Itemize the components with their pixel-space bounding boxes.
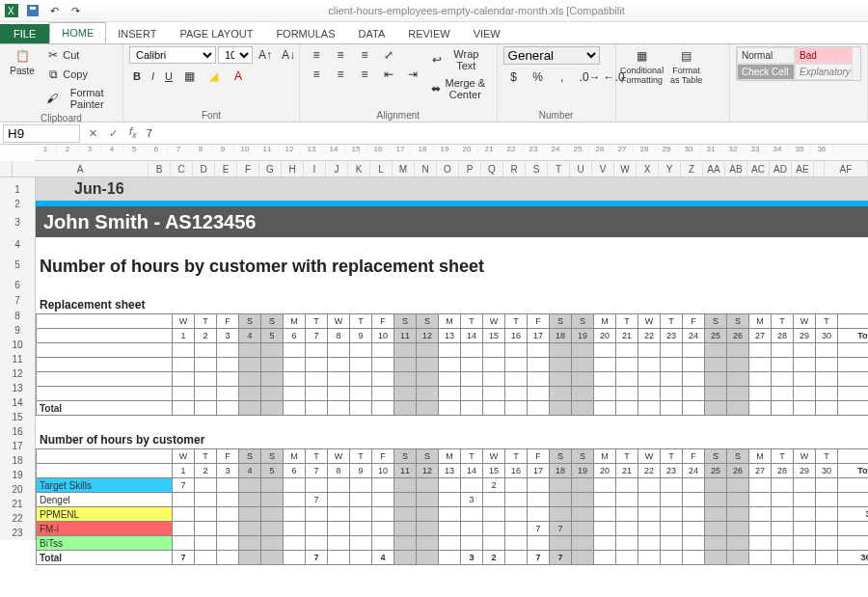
italic-button[interactable]: I: [148, 68, 158, 84]
tab-page-layout[interactable]: PAGE LAYOUT: [168, 24, 264, 43]
align-middle-button[interactable]: ≡: [330, 46, 351, 64]
style-explanatory[interactable]: Explanatory: [795, 64, 853, 80]
row-header[interactable]: 15: [0, 410, 36, 424]
col-header[interactable]: AF: [825, 161, 868, 176]
row-header[interactable]: 22: [0, 511, 36, 526]
wrap-text-button[interactable]: ↩Wrap Text: [427, 46, 491, 73]
number-format-select[interactable]: General: [503, 46, 600, 65]
name-box[interactable]: [3, 124, 80, 143]
tab-file[interactable]: FILE: [0, 24, 49, 43]
col-header[interactable]: Y: [659, 161, 681, 176]
col-header[interactable]: R: [503, 161, 526, 176]
col-header[interactable]: [814, 161, 825, 176]
col-header[interactable]: O: [437, 161, 459, 176]
col-header[interactable]: P: [459, 161, 481, 176]
format-painter-button[interactable]: 🖌Format Painter: [42, 85, 117, 112]
row-header[interactable]: 11: [0, 352, 36, 366]
col-header[interactable]: D: [193, 161, 215, 176]
col-header[interactable]: I: [304, 161, 326, 176]
align-left-button[interactable]: ≡: [306, 66, 327, 83]
col-header[interactable]: Q: [481, 161, 503, 176]
row-header[interactable]: 17: [0, 439, 36, 453]
style-check-cell[interactable]: Check Cell: [737, 64, 795, 80]
increase-indent-button[interactable]: ⇥: [402, 66, 423, 83]
col-header[interactable]: A: [13, 161, 149, 176]
tab-review[interactable]: REVIEW: [396, 24, 461, 43]
decrease-indent-button[interactable]: ⇤: [378, 66, 399, 83]
increase-decimal-button[interactable]: .0→: [576, 68, 597, 86]
underline-button[interactable]: U: [161, 68, 176, 84]
tab-home[interactable]: HOME: [49, 22, 106, 43]
row-header[interactable]: 8: [0, 309, 36, 323]
font-color-button[interactable]: A: [228, 68, 249, 85]
tab-view[interactable]: VIEW: [462, 24, 512, 43]
row-header[interactable]: 6: [0, 278, 36, 291]
col-header[interactable]: AA: [703, 161, 725, 176]
row-header[interactable]: 5: [0, 251, 36, 278]
align-bottom-button[interactable]: ≡: [354, 46, 375, 64]
cell-styles-gallery[interactable]: Normal Bad Check Cell Explanatory: [736, 46, 861, 81]
col-header[interactable]: G: [259, 161, 282, 176]
redo-icon[interactable]: ↷: [68, 3, 83, 18]
border-button[interactable]: ▦: [179, 68, 201, 85]
row-header[interactable]: 20: [0, 482, 36, 497]
formula-input[interactable]: 7: [143, 126, 868, 140]
col-header[interactable]: AC: [747, 161, 770, 176]
row-header[interactable]: 19: [0, 468, 36, 482]
col-header[interactable]: J: [326, 161, 348, 176]
merge-center-button[interactable]: ⬌Merge & Center: [427, 75, 491, 102]
font-name-select[interactable]: Calibri: [129, 46, 216, 64]
font-size-select[interactable]: 10: [218, 46, 253, 64]
row-header[interactable]: 14: [0, 395, 36, 410]
style-bad[interactable]: Bad: [795, 47, 853, 64]
row-header[interactable]: 23: [0, 526, 36, 540]
increase-font-button[interactable]: A↑: [255, 46, 276, 64]
col-header[interactable]: H: [282, 161, 304, 176]
row-header[interactable]: 18: [0, 453, 36, 468]
row-header[interactable]: 9: [0, 323, 36, 338]
percent-button[interactable]: %: [528, 68, 549, 86]
tab-data[interactable]: DATA: [347, 24, 397, 43]
fill-color-button[interactable]: ◢: [203, 68, 225, 85]
row-header[interactable]: 7: [0, 291, 36, 309]
col-header[interactable]: AD: [770, 161, 792, 176]
comma-button[interactable]: ,: [552, 68, 573, 86]
col-header[interactable]: AE: [792, 161, 814, 176]
col-header[interactable]: M: [393, 161, 415, 176]
col-header[interactable]: E: [215, 161, 237, 176]
col-header[interactable]: K: [348, 161, 370, 176]
col-header[interactable]: W: [614, 161, 637, 176]
select-all-corner[interactable]: [0, 161, 13, 176]
row-header[interactable]: 21: [0, 497, 36, 511]
col-header[interactable]: B: [149, 161, 171, 176]
enter-icon[interactable]: ✓: [103, 127, 123, 140]
currency-button[interactable]: $: [503, 68, 525, 86]
col-header[interactable]: N: [415, 161, 437, 176]
col-header[interactable]: T: [548, 161, 570, 176]
paste-button[interactable]: 📋Paste: [6, 46, 39, 79]
col-header[interactable]: L: [370, 161, 393, 176]
row-header[interactable]: 13: [0, 381, 36, 395]
undo-icon[interactable]: ↶: [46, 3, 62, 18]
bold-button[interactable]: B: [129, 68, 145, 84]
row-header[interactable]: 3: [0, 206, 36, 237]
copy-button[interactable]: ⧉Copy: [42, 66, 117, 83]
decrease-font-button[interactable]: A↓: [278, 46, 299, 64]
tab-insert[interactable]: INSERT: [106, 24, 168, 43]
col-header[interactable]: S: [526, 161, 548, 176]
format-as-table-button[interactable]: ▤Format as Table: [666, 46, 707, 88]
row-header[interactable]: 4: [0, 237, 36, 251]
style-normal[interactable]: Normal: [737, 47, 795, 64]
tab-formulas[interactable]: FORMULAS: [264, 24, 346, 43]
col-header[interactable]: V: [592, 161, 614, 176]
col-header[interactable]: Z: [681, 161, 703, 176]
save-icon[interactable]: [25, 3, 41, 18]
row-header[interactable]: 16: [0, 424, 36, 439]
align-top-button[interactable]: ≡: [306, 46, 327, 64]
col-header[interactable]: C: [171, 161, 193, 176]
row-header[interactable]: 1: [0, 177, 36, 201]
col-header[interactable]: X: [637, 161, 659, 176]
orientation-button[interactable]: ⤢: [378, 46, 399, 64]
align-center-button[interactable]: ≡: [330, 66, 351, 83]
col-header[interactable]: F: [237, 161, 259, 176]
